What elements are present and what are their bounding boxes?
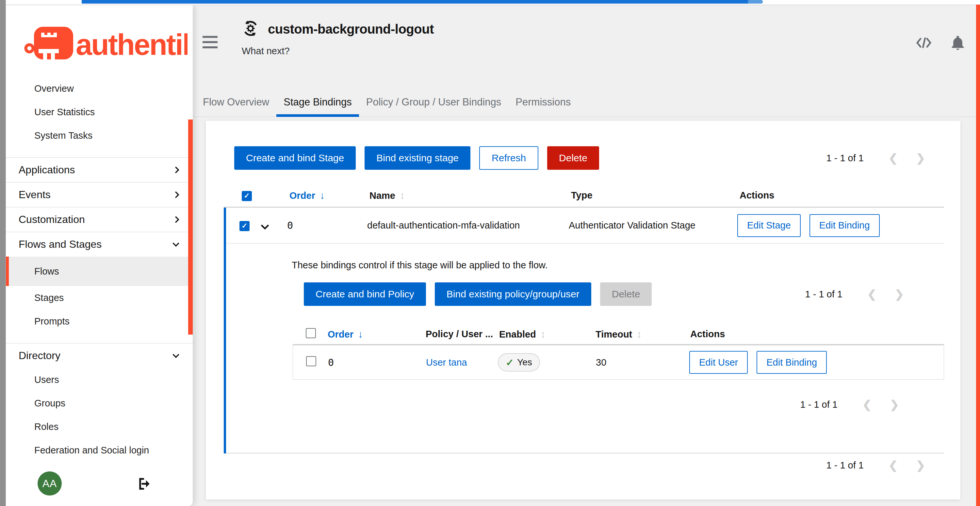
bound-user-link[interactable]: User tana: [426, 357, 467, 368]
expanded-row-wrap: ✓ 0 default-authentication-mfa-validatio…: [224, 208, 944, 454]
sidebar-group-events[interactable]: Events: [6, 182, 193, 207]
stage-type-value: Authenticator Validation Stage: [563, 220, 732, 231]
tab-bar: Flow Overview Stage Bindings Policy / Gr…: [193, 87, 976, 117]
column-type: Type: [571, 190, 593, 200]
sidebar-group-customization[interactable]: Customization: [6, 207, 193, 232]
progress-bar-tip: [748, 0, 763, 3]
tab-policy-group-user-bindings[interactable]: Policy / Group / User Bindings: [359, 87, 509, 117]
chevron-right-icon: [172, 167, 179, 173]
pagination-next-icon[interactable]: ❯: [886, 288, 913, 301]
edit-user-button[interactable]: Edit User: [689, 351, 748, 374]
policy-bindings-panel: These bindings control if this stage wil…: [226, 244, 944, 454]
policy-toolbar: Create and bind Policy Bind existing pol…: [304, 282, 913, 306]
delete-button[interactable]: Delete: [547, 146, 599, 170]
sidebar-scrollbar-thumb[interactable]: [188, 119, 193, 335]
window-edge-left: [0, 0, 6, 506]
stage-bindings-card: Create and bind Stage Bind existing stag…: [206, 121, 960, 500]
chevron-down-icon: [172, 351, 179, 358]
sidebar-footer: AA: [6, 471, 193, 501]
sidebar-group-flows-and-stages[interactable]: Flows and Stages: [6, 232, 193, 257]
policy-table-header: Order↓ Policy / User ... Enabled↕ Timeou…: [293, 324, 944, 345]
sidebar-item-system-tasks[interactable]: System Tasks: [6, 124, 193, 147]
sort-desc-icon[interactable]: ↓: [320, 190, 325, 201]
authentik-logo[interactable]: authentik: [24, 24, 188, 62]
bind-existing-policy-button[interactable]: Bind existing policy/group/user: [435, 282, 591, 306]
sidebar-divider: [6, 333, 193, 343]
stage-table-row: ✓ 0 default-authentication-mfa-validatio…: [226, 208, 944, 244]
pagination-next-icon[interactable]: ❯: [881, 398, 908, 411]
bind-existing-stage-button[interactable]: Bind existing stage: [364, 146, 470, 170]
column-enabled[interactable]: Enabled: [499, 329, 536, 339]
edit-binding-button[interactable]: Edit Binding: [810, 214, 880, 237]
avatar[interactable]: AA: [38, 471, 62, 496]
row-expand-chevron-icon[interactable]: [262, 223, 268, 230]
sidebar-item-users[interactable]: Users: [6, 368, 193, 392]
stage-table: ✓ Order↓ Name↕ Type Actions: [224, 184, 944, 454]
policy-footer-pagination: 1 - 1 of 1 ❮ ❯: [226, 398, 908, 411]
sidebar-item-groups[interactable]: Groups: [6, 392, 193, 415]
sidebar-group-label: Customization: [19, 214, 85, 225]
refresh-button[interactable]: Refresh: [479, 146, 538, 170]
edit-binding-button[interactable]: Edit Binding: [757, 351, 827, 374]
create-and-bind-stage-button[interactable]: Create and bind Stage: [234, 146, 356, 170]
pagination-next-icon[interactable]: ❯: [907, 458, 934, 472]
menu-icon[interactable]: [202, 36, 218, 48]
column-name[interactable]: Name: [369, 190, 395, 201]
row-select-checkbox[interactable]: [306, 356, 316, 366]
sort-icon[interactable]: ↕: [637, 329, 641, 339]
sidebar-item-overview[interactable]: Overview: [6, 77, 193, 100]
sidebar-group-applications[interactable]: Applications: [6, 157, 193, 182]
card-footer-pagination: 1 - 1 of 1 ❮ ❯: [206, 458, 934, 472]
notifications-bell-icon[interactable]: [949, 35, 966, 51]
page-load-progress-bar: [82, 0, 763, 3]
stage-toolbar: Create and bind Stage Bind existing stag…: [206, 121, 960, 170]
policy-pagination: 1 - 1 of 1 ❮ ❯: [805, 288, 913, 301]
pagination-label: 1 - 1 of 1: [826, 153, 864, 163]
column-actions: Actions: [690, 329, 725, 339]
browser-edge: [0, 0, 980, 5]
tab-flow-overview[interactable]: Flow Overview: [196, 87, 276, 117]
logout-icon[interactable]: [137, 477, 151, 491]
tab-permissions[interactable]: Permissions: [508, 87, 578, 117]
api-drawer-icon[interactable]: [915, 35, 932, 51]
sidebar-item-user-statistics[interactable]: User Statistics: [6, 100, 193, 124]
column-actions: Actions: [740, 190, 774, 200]
column-order[interactable]: Order: [328, 329, 353, 339]
select-all-checkbox[interactable]: [306, 328, 316, 338]
sidebar-group-directory[interactable]: Directory: [6, 343, 193, 368]
sort-icon[interactable]: ↕: [400, 190, 405, 201]
pagination-prev-icon[interactable]: ❮: [880, 151, 907, 165]
chevron-down-icon: [172, 240, 179, 247]
column-order[interactable]: Order: [290, 190, 315, 201]
sidebar-item-stages[interactable]: Stages: [6, 286, 193, 309]
stage-order-value: 0: [282, 220, 362, 231]
sidebar-item-federation-and-social-login[interactable]: Federation and Social login: [6, 438, 193, 462]
sidebar-item-flows[interactable]: Flows: [6, 257, 193, 286]
pagination-label: 1 - 1 of 1: [805, 289, 843, 300]
policy-delete-button[interactable]: Delete: [600, 282, 652, 306]
main-content: custom-background-logout What next? Flow: [193, 5, 976, 506]
edit-stage-button[interactable]: Edit Stage: [737, 214, 801, 237]
create-and-bind-policy-button[interactable]: Create and bind Policy: [304, 282, 426, 306]
tab-stage-bindings[interactable]: Stage Bindings: [276, 87, 359, 117]
header-icons: [915, 35, 966, 51]
row-select-checkbox[interactable]: ✓: [239, 221, 250, 231]
check-icon: ✓: [506, 357, 514, 368]
page-title: custom-background-logout: [268, 22, 434, 36]
sidebar-group-label: Events: [19, 189, 51, 201]
column-timeout[interactable]: Timeout: [595, 329, 632, 339]
accent-scrollbar-right[interactable]: [976, 5, 980, 506]
pagination-prev-icon[interactable]: ❮: [880, 458, 907, 472]
stage-pagination: 1 - 1 of 1 ❮ ❯: [826, 151, 934, 165]
brand-wordmark: authentik: [76, 29, 188, 61]
sidebar-group-label: Flows and Stages: [19, 238, 102, 251]
pagination-next-icon[interactable]: ❯: [907, 151, 934, 165]
sidebar-item-prompts[interactable]: Prompts: [6, 309, 193, 333]
select-all-checkbox[interactable]: ✓: [242, 191, 252, 201]
pagination-prev-icon[interactable]: ❮: [853, 398, 881, 411]
sort-icon[interactable]: ↕: [541, 329, 546, 339]
sort-desc-icon[interactable]: ↓: [358, 329, 363, 339]
sidebar-item-roles[interactable]: Roles: [6, 415, 193, 438]
sidebar-divider: [6, 147, 193, 157]
pagination-prev-icon[interactable]: ❮: [858, 288, 886, 301]
